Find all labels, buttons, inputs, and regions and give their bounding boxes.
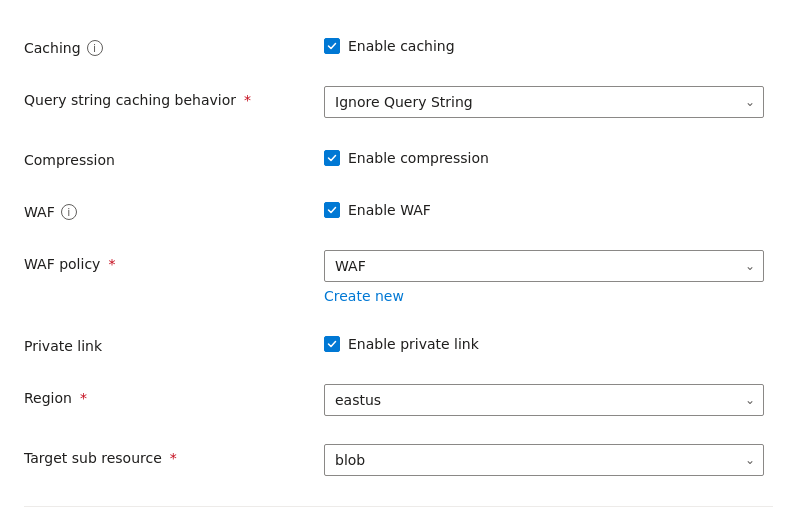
target-sub-resource-dropdown[interactable]: blob ⌄ [324,444,764,476]
waf-control: Enable WAF [324,198,773,218]
private-link-label: Private link [24,332,324,354]
query-string-control: Ignore Query String ⌄ [324,86,773,118]
enable-waf-row: Enable WAF [324,198,773,218]
waf-policy-control: WAF ⌄ Create new [324,250,773,304]
compression-row: Compression Enable compression [24,132,773,184]
caching-label: Caching i [24,34,324,56]
private-link-label-text: Private link [24,338,102,354]
enable-caching-checkbox[interactable] [324,38,340,54]
query-string-required: * [244,92,251,108]
enable-compression-row: Enable compression [324,146,773,166]
compression-label: Compression [24,146,324,168]
caching-control: Enable caching [324,34,773,54]
enable-compression-label: Enable compression [348,150,489,166]
region-required: * [80,390,87,406]
region-value: eastus [335,392,381,408]
region-label: Region * [24,384,324,406]
waf-policy-label: WAF policy * [24,250,324,272]
waf-row: WAF i Enable WAF [24,184,773,236]
waf-label-text: WAF [24,204,55,220]
target-sub-resource-label-text: Target sub resource [24,450,162,466]
private-link-control: Enable private link [324,332,773,352]
caching-label-text: Caching [24,40,81,56]
waf-policy-required: * [108,256,115,272]
query-string-label-text: Query string caching behavior [24,92,236,108]
target-sub-resource-row: Target sub resource * blob ⌄ [24,430,773,490]
enable-compression-checkbox[interactable] [324,150,340,166]
target-sub-resource-value: blob [335,452,365,468]
enable-waf-checkbox[interactable] [324,202,340,218]
region-control: eastus ⌄ [324,384,773,416]
target-sub-resource-required: * [170,450,177,466]
query-string-row: Query string caching behavior * Ignore Q… [24,72,773,132]
compression-label-text: Compression [24,152,115,168]
region-row: Region * eastus ⌄ [24,370,773,430]
query-string-dropdown[interactable]: Ignore Query String ⌄ [324,86,764,118]
enable-private-link-row: Enable private link [324,332,773,352]
waf-policy-dropdown[interactable]: WAF ⌄ [324,250,764,282]
enable-private-link-label: Enable private link [348,336,479,352]
enable-private-link-checkbox[interactable] [324,336,340,352]
waf-info-icon[interactable]: i [61,204,77,220]
query-string-value: Ignore Query String [335,94,473,110]
target-sub-resource-chevron-icon: ⌄ [745,453,755,467]
waf-label: WAF i [24,198,324,220]
region-chevron-icon: ⌄ [745,393,755,407]
enable-caching-row: Enable caching [324,34,773,54]
waf-policy-row: WAF policy * WAF ⌄ Create new [24,236,773,318]
region-dropdown[interactable]: eastus ⌄ [324,384,764,416]
caching-row: Caching i Enable caching [24,20,773,72]
private-link-row: Private link Enable private link [24,318,773,370]
form-divider [24,506,773,507]
waf-policy-chevron-icon: ⌄ [745,259,755,273]
enable-waf-label: Enable WAF [348,202,431,218]
waf-policy-value: WAF [335,258,366,274]
enable-caching-label: Enable caching [348,38,455,54]
caching-info-icon[interactable]: i [87,40,103,56]
waf-policy-label-text: WAF policy [24,256,100,272]
query-string-label: Query string caching behavior * [24,86,324,108]
region-label-text: Region [24,390,72,406]
target-sub-resource-label: Target sub resource * [24,444,324,466]
create-new-link[interactable]: Create new [324,288,404,304]
compression-control: Enable compression [324,146,773,166]
query-string-chevron-icon: ⌄ [745,95,755,109]
target-sub-resource-control: blob ⌄ [324,444,773,476]
form-container: Caching i Enable caching Query string ca… [24,20,773,515]
